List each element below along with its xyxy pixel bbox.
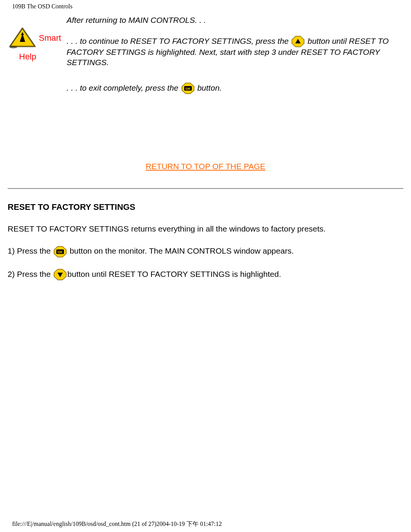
paragraph-2: . . . to continue to RESET TO FACTORY SE… (67, 36, 403, 67)
page-footer: file:///E|/manual/english/109B/osd/osd_c… (12, 520, 222, 528)
top-section: Smart Help After returning to MAIN CONTR… (8, 15, 403, 105)
ok-button-icon: OK (54, 246, 67, 257)
step-1: 1) Press the OK button on the monitor. T… (8, 246, 403, 257)
return-to-top-link[interactable]: RETURN TO TOP OF THE PAGE (146, 162, 266, 171)
p3-text-b: button. (197, 83, 221, 92)
smart-label: Smart (39, 33, 61, 43)
p2-text-a: . . . to continue to RESET TO FACTORY SE… (67, 37, 291, 45)
warning-triangle-icon (8, 27, 37, 50)
p3-text-a: . . . to exit completely, press the (67, 83, 178, 92)
up-arrow-button-icon (292, 36, 304, 47)
ok-button-icon: OK (182, 83, 194, 94)
step1-text-b: button on the monitor. The MAIN CONTROLS… (67, 246, 294, 255)
content: Smart Help After returning to MAIN CONTR… (8, 15, 403, 292)
section-heading: RESET TO FACTORY SETTINGS (8, 202, 403, 212)
step2-text-a: 2) Press the (8, 270, 53, 278)
paragraph-3: . . . to exit completely, press the OK b… (67, 83, 403, 94)
svg-text:OK: OK (57, 250, 63, 254)
body-column: After returning to MAIN CONTROLS. . . . … (67, 15, 403, 105)
down-arrow-button-icon (54, 269, 67, 280)
smart-help-column: Smart Help (8, 15, 67, 62)
return-to-top-link-container: RETURN TO TOP OF THE PAGE (8, 162, 403, 171)
svg-text:OK: OK (185, 87, 191, 91)
section-intro: RESET TO FACTORY SETTINGS returns everyt… (8, 224, 403, 234)
paragraph-1: After returning to MAIN CONTROLS. . . (67, 15, 403, 25)
step-2: 2) Press the button until RESET TO FACTO… (8, 269, 403, 280)
step1-text-a: 1) Press the (8, 246, 53, 255)
divider (8, 188, 403, 189)
help-label: Help (8, 52, 67, 62)
svg-point-2 (10, 46, 17, 48)
step2-text-b: button until RESET TO FACTORY SETTINGS i… (67, 270, 281, 278)
page-header: 109B The OSD Controls (12, 3, 72, 10)
